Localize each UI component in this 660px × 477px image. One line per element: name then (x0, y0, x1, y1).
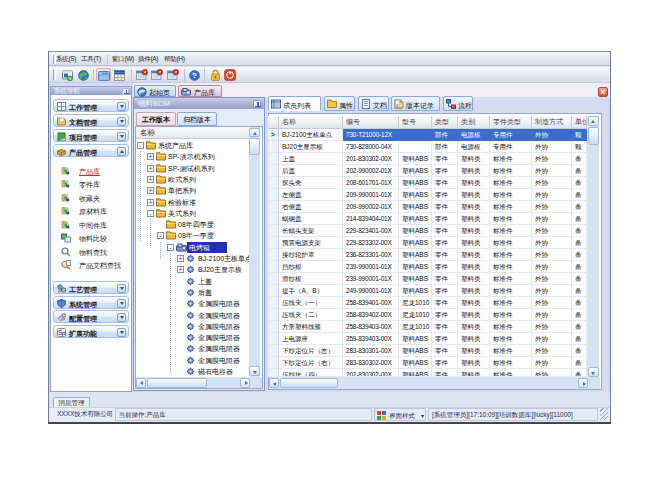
svg-text:?: ? (192, 71, 197, 80)
